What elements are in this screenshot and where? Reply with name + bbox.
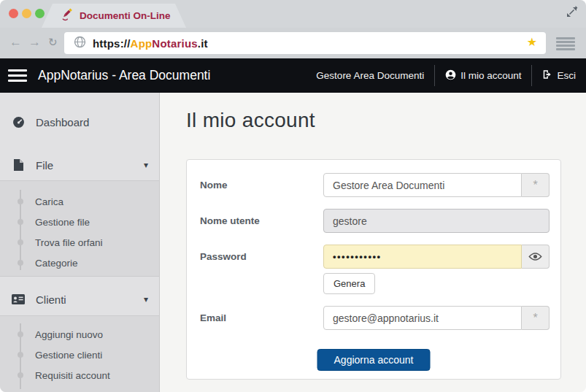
bullet-dot — [18, 372, 23, 378]
browser-window: Documenti On-Line ← → ↻ https://App — [0, 0, 586, 392]
bullet-dot — [18, 199, 23, 204]
nome-field-group: * — [323, 173, 550, 197]
sidebar-item-label: Dashboard — [36, 116, 89, 128]
user-icon — [445, 69, 456, 82]
nome-utente-field-group — [323, 209, 550, 233]
url-tld: .it — [198, 37, 208, 50]
sidebar-item-file[interactable]: File ▾ — [0, 151, 159, 179]
password-label: Password — [200, 251, 247, 262]
email-input[interactable] — [323, 306, 522, 330]
sidebar-submenu-file: Carica Gestione file Trova file orfani C… — [0, 180, 159, 277]
required-asterisk-icon: * — [522, 306, 550, 330]
expand-window-icon[interactable] — [566, 6, 578, 21]
sidebar-item-trova-file-orfani[interactable]: Trova file orfani — [0, 232, 159, 253]
sidebar-item-categorie[interactable]: Categorie — [0, 253, 159, 273]
bullet-dot — [18, 239, 23, 245]
maximize-window-button[interactable] — [35, 9, 45, 18]
aggiorna-account-button[interactable]: Aggiorna account — [317, 349, 431, 371]
header-logout-link[interactable]: Esci — [532, 58, 586, 93]
main-content: Il mio account Nome * Nome utente Passwo… — [161, 93, 586, 392]
sidebar-toggle-hamburger-icon[interactable] — [8, 69, 27, 82]
nome-utente-label: Nome utente — [200, 215, 260, 226]
logout-icon — [542, 69, 552, 82]
show-password-eye-icon[interactable] — [522, 245, 550, 269]
bullet-dot — [18, 260, 23, 266]
sidebar-subitem-label: Requisiti account — [35, 370, 110, 381]
email-label: Email — [200, 312, 226, 323]
logout-label: Esci — [557, 70, 576, 81]
my-account-label: Il mio account — [460, 70, 521, 81]
account-form-card: Nome * Nome utente Password Genera — [186, 159, 561, 380]
sidebar-item-label: Clienti — [36, 293, 66, 306]
sidebar-item-aggiungi-nuovo[interactable]: Aggiungi nuovo — [0, 324, 159, 345]
close-window-button[interactable] — [9, 9, 18, 18]
bullet-dot — [18, 331, 23, 337]
nome-input[interactable] — [323, 173, 522, 197]
dashboard-gauge-icon — [11, 116, 26, 128]
tab-favicon-pen-icon — [61, 7, 74, 24]
sidebar-subitem-label: Gestione file — [35, 217, 90, 228]
browser-titlebar: Documenti On-Line — [0, 0, 586, 28]
url-text: https://AppNotarius.it — [93, 37, 208, 50]
sidebar: Dashboard File ▾ Carica Gestione file — [0, 93, 160, 392]
id-card-icon — [11, 294, 26, 304]
sidebar-item-gestione-file[interactable]: Gestione file — [0, 212, 159, 232]
sidebar-item-requisiti-account[interactable]: Requisiti account — [0, 365, 159, 385]
sidebar-subitem-label: Categorie — [35, 258, 78, 269]
bullet-dot — [18, 352, 23, 358]
sidebar-subitem-label: Gestione clienti — [35, 350, 102, 361]
bookmark-star-icon[interactable]: ★ — [527, 35, 537, 49]
app-header: AppNotarius - Area Documenti Gestore Are… — [0, 58, 586, 93]
nome-utente-input — [323, 209, 550, 233]
forward-button[interactable]: → — [28, 34, 41, 50]
sidebar-item-carica[interactable]: Carica — [0, 191, 159, 212]
sidebar-subitem-label: Carica — [35, 196, 63, 207]
email-field-group: * — [323, 306, 550, 330]
password-field-group — [323, 245, 550, 269]
sidebar-item-gestione-clienti[interactable]: Gestione clienti — [0, 345, 159, 365]
reload-button[interactable]: ↻ — [48, 34, 58, 50]
nome-label: Nome — [200, 180, 228, 191]
password-input[interactable] — [323, 245, 522, 269]
bullet-dot — [18, 219, 23, 225]
browser-menu-icon[interactable] — [556, 37, 575, 52]
header-my-account-link[interactable]: Il mio account — [435, 58, 531, 93]
minimize-window-button[interactable] — [22, 9, 31, 18]
header-right-group: Gestore Area Documenti Il mio account — [306, 58, 586, 93]
sidebar-item-label: File — [36, 159, 53, 172]
globe-icon — [74, 36, 86, 51]
chevron-down-icon: ▾ — [144, 160, 148, 170]
genera-button[interactable]: Genera — [323, 273, 375, 294]
sidebar-item-clienti[interactable]: Clienti ▾ — [0, 285, 159, 313]
back-button[interactable]: ← — [9, 34, 22, 50]
url-app: App — [131, 37, 153, 50]
header-user-name: Gestore Area Documenti — [306, 58, 434, 93]
tab-title: Documenti On-Line — [80, 10, 171, 21]
sidebar-item-dashboard[interactable]: Dashboard — [0, 108, 159, 136]
browser-tab[interactable]: Documenti On-Line — [42, 4, 186, 28]
required-asterisk-icon: * — [522, 173, 550, 197]
url-notarius: Notarius — [152, 37, 197, 50]
address-bar[interactable]: https://AppNotarius.it ★ — [64, 32, 546, 54]
sidebar-submenu-clienti: Aggiungi nuovo Gestione clienti Requisit… — [0, 315, 159, 392]
app-title: AppNotarius - Area Documenti — [38, 68, 210, 83]
browser-toolbar: ← → ↻ https://AppNotarius.it ★ — [0, 28, 586, 58]
sidebar-subitem-label: Aggiungi nuovo — [35, 329, 103, 340]
chevron-down-icon: ▾ — [144, 294, 148, 304]
file-icon — [11, 159, 26, 171]
sidebar-subitem-label: Trova file orfani — [35, 237, 103, 248]
url-scheme: https:// — [93, 37, 131, 50]
page-title: Il mio account — [186, 109, 315, 132]
